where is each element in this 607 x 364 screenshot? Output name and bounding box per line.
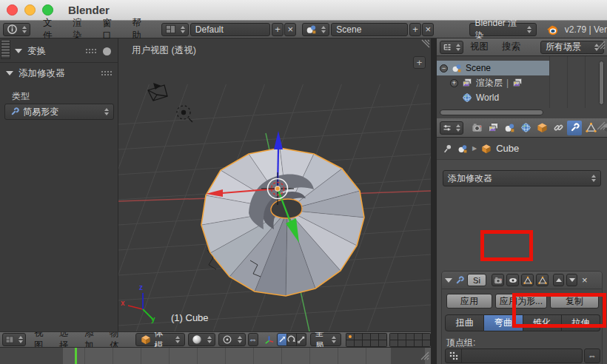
window-close-button[interactable] (7, 4, 18, 16)
tab-modifiers[interactable] (567, 121, 582, 135)
mode-stretch-button[interactable]: 拉伸 (562, 314, 600, 331)
apply-button[interactable]: 应用 (446, 294, 492, 309)
add-layout-button[interactable]: + (272, 23, 284, 36)
mode-twist-button[interactable]: 扭曲 (445, 314, 484, 331)
world-icon (520, 122, 531, 133)
scene-icon-button[interactable] (302, 23, 329, 36)
current-frame-marker[interactable] (75, 348, 77, 364)
shading-sphere-icon (192, 334, 202, 345)
collapse-arrow-icon[interactable] (445, 278, 452, 283)
outliner-horizontal-scrollbar[interactable] (440, 109, 543, 115)
tab-render-layers[interactable] (486, 121, 500, 135)
transform-orientation-select[interactable]: 全局 (310, 333, 341, 346)
tab-constraints[interactable] (551, 121, 566, 135)
window-minimize-button[interactable] (24, 4, 36, 16)
screen-layout-icon-button[interactable] (161, 23, 189, 36)
region-grip-icon[interactable] (1, 40, 10, 59)
menu-view3d-add[interactable]: 添加 (78, 331, 103, 348)
breadcrumb-object-name: Cube (496, 143, 519, 154)
scale-manipulator-button[interactable] (297, 333, 306, 346)
outliner-row-renderlayer[interactable]: + 渲染层 | (450, 75, 598, 90)
screen-layout-select[interactable]: Default (190, 23, 270, 36)
viewport-shading-select[interactable] (188, 333, 215, 346)
world-item-label: World (476, 92, 499, 103)
close-scene-button[interactable]: × (422, 23, 434, 36)
window-zoom-button[interactable] (42, 4, 53, 16)
menu-view3d-object[interactable]: 物体 (103, 331, 128, 348)
mode-value: 物体模式 (154, 331, 170, 348)
region-resize-grip[interactable] (422, 40, 429, 47)
render-layers-icon (512, 78, 523, 88)
region-divider[interactable] (431, 38, 437, 364)
pivot-point-select[interactable] (218, 333, 246, 346)
outliner-editor-type-button[interactable] (440, 41, 463, 54)
tab-scene[interactable] (502, 121, 517, 135)
scene-value: Scene (336, 24, 361, 35)
modifier-name-field[interactable]: Si (467, 274, 486, 286)
render-visibility-toggle[interactable] (492, 274, 504, 286)
region-resize-grip[interactable] (420, 351, 430, 361)
mode-taper-button[interactable]: 锥化 (523, 314, 562, 331)
layers-grid[interactable] (346, 333, 387, 347)
timeline-strip[interactable] (0, 348, 431, 364)
outliner-menu-view[interactable]: 视图 (463, 41, 495, 53)
collapse-arrow-icon (6, 71, 13, 75)
vertex-group-field[interactable] (445, 348, 583, 363)
orientation-value: 全局 (315, 331, 326, 348)
scene-select[interactable]: Scene (331, 23, 408, 36)
viewport-canvas[interactable] (118, 38, 431, 331)
render-engine-select[interactable]: Blender 渲染 (469, 23, 536, 36)
region-resize-grip[interactable] (596, 121, 606, 131)
mode-bend-button[interactable]: 弯曲 (484, 314, 523, 331)
expand-expander-icon[interactable]: + (450, 79, 458, 87)
properties-editor: ▶ Cube 添加修改器 Si (437, 118, 607, 364)
invert-vertex-group-button[interactable]: ⇔ (584, 348, 600, 363)
axis-x-label: x (121, 299, 125, 307)
move-modifier-up-button[interactable] (553, 274, 564, 286)
add-scene-button[interactable]: + (409, 23, 421, 36)
interaction-mode-select[interactable]: 物体模式 (135, 333, 185, 346)
outliner-display-filter-select[interactable]: 所有场景 (540, 41, 604, 54)
open-properties-region-button[interactable]: + (413, 56, 426, 69)
apply-as-shape-button[interactable]: 应用为形... (495, 294, 547, 309)
delete-modifier-button[interactable]: × (582, 274, 588, 286)
copy-button[interactable]: 复制 (550, 294, 599, 309)
close-layout-button[interactable]: × (284, 23, 296, 36)
timeline-frame-gridlines (0, 348, 431, 364)
viewport-visibility-toggle[interactable] (506, 274, 519, 286)
outliner-menu-search[interactable]: 搜索 (495, 41, 527, 53)
edit-mode-toggle[interactable] (521, 274, 534, 286)
view3d-editor-type-button[interactable] (2, 333, 26, 346)
add-modifier-dropdown[interactable]: 添加修改器 (443, 170, 601, 186)
pin-icon[interactable] (443, 144, 453, 154)
camera-icon (494, 276, 503, 285)
tab-object[interactable] (534, 121, 549, 135)
rotate-manipulator-button[interactable] (287, 333, 297, 346)
menu-view3d-view[interactable]: 视图 (27, 331, 53, 348)
region-resize-grip[interactable] (596, 40, 606, 50)
tab-render[interactable] (469, 121, 484, 135)
move-modifier-down-button[interactable] (566, 274, 577, 286)
properties-editor-type-button[interactable] (440, 121, 463, 135)
transform-panel-header[interactable]: 变换 (15, 44, 115, 58)
layers-grid-2[interactable] (389, 333, 431, 347)
updown-arrows-icon (20, 26, 27, 33)
modifier-type-select[interactable]: 简易形变 (4, 104, 114, 120)
info-editor-type-button[interactable] (3, 23, 30, 36)
collapse-expander-icon[interactable]: − (440, 64, 448, 73)
outliner-row-world[interactable]: World (462, 90, 595, 105)
menu-view3d-select[interactable]: 选择 (53, 331, 78, 348)
camera-object-icon[interactable] (148, 84, 167, 101)
outliner-row-scene[interactable]: − Scene (437, 61, 549, 75)
object-cube-icon (537, 122, 548, 133)
torus-object[interactable] (201, 148, 364, 296)
outliner-vertical-scrollbar[interactable] (599, 61, 604, 105)
cage-mode-toggle[interactable] (536, 274, 549, 286)
translate-manipulator-button[interactable] (277, 333, 287, 346)
add-modifier-panel-header[interactable]: 添加修改器 (6, 67, 114, 80)
tab-world[interactable] (518, 121, 533, 135)
panel-grip-icon[interactable] (101, 71, 113, 76)
viewport-3d[interactable]: 用户视图 (透视) + x z y (1) Cube (118, 38, 431, 331)
panel-grip-icon[interactable] (86, 49, 97, 54)
manipulator-toggle-button[interactable]: ⇔ (248, 333, 258, 346)
